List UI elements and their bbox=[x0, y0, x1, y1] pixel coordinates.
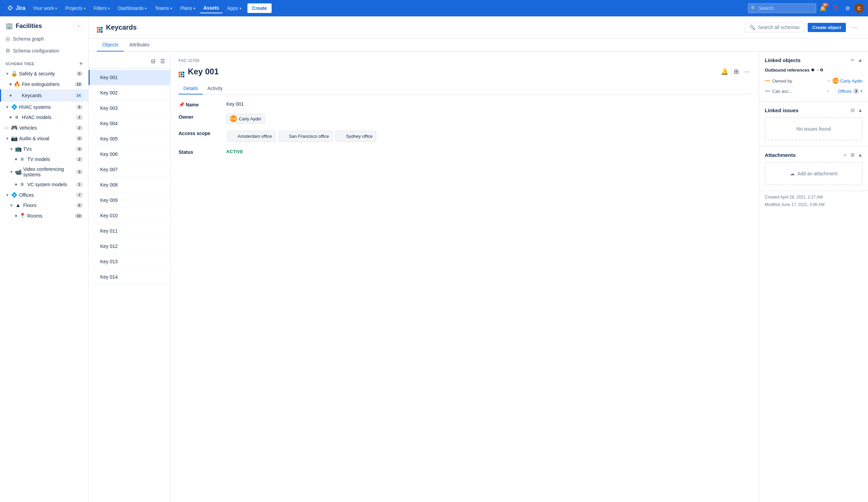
search-all-schemas[interactable]: 🔍 Search all schemas bbox=[745, 22, 804, 32]
owner-badge[interactable]: CA Carly Aydin bbox=[226, 113, 265, 124]
tree-item-vehicles[interactable]: ▷ 🎮 Vehicles 2 bbox=[0, 122, 88, 133]
linked-objects-content: Outbound references → Owned by → bbox=[759, 67, 868, 101]
linked-ref-owned-by: Owned by → CA Carly Aydin bbox=[765, 76, 862, 86]
sidebar-item-schema-graph[interactable]: ◎ Schema graph bbox=[0, 33, 88, 45]
object-item-key014[interactable]: Key 014 bbox=[89, 269, 170, 285]
object-item-key011[interactable]: Key 011 bbox=[89, 223, 170, 239]
object-icon bbox=[93, 119, 97, 128]
detail-title-text: Key 001 bbox=[188, 67, 219, 77]
sidebar-collapse-button[interactable]: ‹ bbox=[75, 22, 83, 30]
tree-item-vc-models[interactable]: ≡ VC system models 1 bbox=[0, 179, 88, 190]
office-icon bbox=[282, 132, 287, 140]
jira-logo[interactable]: Jira bbox=[4, 5, 28, 12]
tree-item-offices[interactable]: ▼ 💠 Offices 7 bbox=[0, 190, 88, 200]
modified-timestamp: Modified June 17, 2021, 3:06 AM bbox=[765, 201, 862, 209]
settings-button[interactable]: ⚙ bbox=[842, 3, 853, 14]
tree-item-audio-visual[interactable]: ▼ 📷 Audio & visual 0 bbox=[0, 133, 88, 143]
nav-teams[interactable]: Teams ▾ bbox=[151, 3, 175, 13]
tree-icon-vc-models: ≡ bbox=[19, 181, 25, 188]
more-actions-button[interactable]: ··· bbox=[743, 67, 751, 77]
object-item-key013[interactable]: Key 013 bbox=[89, 254, 170, 269]
object-item-key012[interactable]: Key 012 bbox=[89, 239, 170, 254]
body-columns: ⊟ ☰ Key 001 bbox=[89, 51, 868, 502]
tree-item-tvs[interactable]: ▼ 📺 TVs 9 bbox=[0, 143, 88, 154]
tree-item-fire-extinguishers[interactable]: 🔥 Fire extinguishers 10 bbox=[0, 79, 88, 89]
object-item-key005[interactable]: Key 005 bbox=[89, 131, 170, 147]
tree-item-hvac[interactable]: ▼ 💠 HVAC systems 6 bbox=[0, 102, 88, 112]
tree-item-tv-models[interactable]: ≡ TV models 2 bbox=[0, 154, 88, 164]
tree-item-safety-security[interactable]: ▼ 🔒 Safety & security 0 bbox=[0, 68, 88, 79]
office-badge-sf[interactable]: San Francisco office bbox=[278, 131, 333, 142]
object-item-key002[interactable]: Key 002 bbox=[89, 85, 170, 101]
linked-issues-collapse[interactable]: ▲ bbox=[858, 108, 862, 113]
create-button[interactable]: Create bbox=[247, 3, 272, 13]
assets-header: Keycards 🔍 Search all schemas Create obj… bbox=[89, 16, 868, 39]
nav-chevron: ▾ bbox=[145, 7, 146, 10]
add-attachment-icon[interactable]: + bbox=[843, 151, 848, 159]
create-object-button[interactable]: Create object bbox=[808, 23, 846, 32]
attachments-collapse[interactable]: ▲ bbox=[858, 152, 862, 158]
tree-item-rooms[interactable]: 📍 Rooms 10 bbox=[0, 210, 88, 221]
tree-item-keycards[interactable]: Keycards 24 bbox=[0, 89, 88, 102]
filter-icon[interactable]: ⊟ bbox=[150, 57, 156, 66]
tree-item-video-conf[interactable]: ▼ 📹 Video conferencing systems 5 bbox=[0, 164, 88, 179]
detail-tab-details[interactable]: Details bbox=[178, 83, 203, 94]
field-label-owner: Owner bbox=[178, 113, 226, 120]
linked-objects-collapse[interactable]: ▲ bbox=[858, 57, 862, 63]
help-button[interactable]: ❓ bbox=[830, 3, 841, 14]
search-input[interactable] bbox=[758, 6, 813, 11]
object-item-key003[interactable]: Key 003 bbox=[89, 101, 170, 116]
linked-ref-line-orange bbox=[765, 80, 770, 81]
schema-tree-add-button[interactable]: + bbox=[79, 61, 83, 67]
sidebar-item-schema-config[interactable]: ⚙ Schema configuration bbox=[0, 45, 88, 57]
office-badge-amsterdam[interactable]: Amsterdam office bbox=[227, 131, 276, 142]
office-badge-sydney[interactable]: Sydney office bbox=[335, 131, 376, 142]
tab-objects[interactable]: Objects bbox=[97, 39, 124, 51]
tree-chevron: ▷ bbox=[6, 126, 10, 130]
tab-attributes[interactable]: Attributes bbox=[124, 39, 155, 51]
notification-badge: 9+ bbox=[822, 3, 828, 7]
grid-view-button[interactable]: ⊞ bbox=[732, 67, 740, 77]
object-item-key007[interactable]: Key 007 bbox=[89, 162, 170, 177]
object-item-key001[interactable]: Key 001 bbox=[89, 70, 170, 85]
add-attachment-box[interactable]: ☁ Add an attachment bbox=[765, 162, 862, 185]
mention-button[interactable]: 🔔 bbox=[720, 67, 730, 77]
nav-your-work[interactable]: Your work ▾ bbox=[29, 3, 60, 13]
tree-item-hvac-models[interactable]: ≡ HVAC models 1 bbox=[0, 112, 88, 122]
nav-plans[interactable]: Plans ▾ bbox=[177, 3, 199, 13]
linked-ref-line-blue bbox=[765, 91, 770, 91]
object-item-key006[interactable]: Key 006 bbox=[89, 147, 170, 162]
tree-item-floors[interactable]: ▼ ▲ Floors 6 bbox=[0, 200, 88, 210]
attachment-grid-icon[interactable]: ⊞ bbox=[850, 151, 856, 159]
tree-icon-lock: 🔒 bbox=[11, 70, 17, 77]
field-value-owner: CA Carly Aydin bbox=[226, 113, 265, 124]
object-item-key010[interactable]: Key 010 bbox=[89, 208, 170, 223]
linked-objects-title: Linked objects bbox=[765, 57, 800, 63]
nav-apps[interactable]: Apps ▾ bbox=[224, 3, 245, 13]
link-icon-button[interactable]: ✂ bbox=[850, 56, 856, 64]
tree-dot bbox=[15, 183, 17, 185]
owned-by-label: Owned by bbox=[772, 79, 824, 83]
office-icon bbox=[339, 132, 344, 140]
user-avatar[interactable]: C bbox=[854, 3, 864, 13]
can-access-value[interactable]: Offices 3 ▾ bbox=[832, 87, 862, 95]
object-item-key004[interactable]: Key 004 bbox=[89, 116, 170, 131]
nav-projects[interactable]: Projects ▾ bbox=[62, 3, 89, 13]
link-issue-icon[interactable]: ⊟ bbox=[850, 107, 856, 114]
nav-dashboards[interactable]: Dashboards ▾ bbox=[114, 3, 150, 13]
detail-tab-activity[interactable]: Activity bbox=[203, 83, 227, 94]
nav-assets[interactable]: Assets bbox=[200, 3, 223, 13]
owned-by-value[interactable]: CA Carly Aydin bbox=[833, 78, 862, 84]
notifications-button[interactable]: 🔔 9+ bbox=[818, 3, 828, 14]
field-label-icon: 📌 bbox=[178, 102, 186, 108]
nav-chevron: ▾ bbox=[170, 7, 172, 10]
assets-actions: 🔍 Search all schemas Create object ··· bbox=[745, 22, 860, 38]
offices-dropdown[interactable]: ▾ bbox=[860, 89, 862, 93]
nav-filters[interactable]: Filters ▾ bbox=[90, 3, 113, 13]
object-item-key008[interactable]: Key 008 bbox=[89, 177, 170, 193]
list-view-icon[interactable]: ☰ bbox=[159, 57, 166, 66]
offices-count-badge: 3 bbox=[853, 88, 859, 94]
global-search[interactable] bbox=[748, 3, 816, 13]
more-options-button[interactable]: ··· bbox=[849, 22, 860, 32]
object-item-key009[interactable]: Key 009 bbox=[89, 193, 170, 208]
